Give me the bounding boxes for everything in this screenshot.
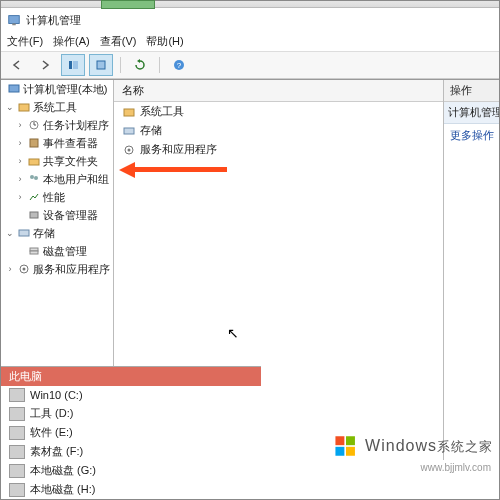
tree-localusers[interactable]: ›本地用户和组 — [1, 170, 113, 188]
menu-bar: 文件(F) 操作(A) 查看(V) 帮助(H) — [1, 32, 499, 51]
collapse-icon[interactable]: ⌄ — [5, 100, 15, 114]
svg-rect-11 — [29, 159, 39, 165]
refresh-button[interactable] — [128, 54, 152, 76]
drive-icon — [9, 407, 25, 421]
menu-help[interactable]: 帮助(H) — [146, 34, 183, 49]
detail-header[interactable]: 名称 — [114, 80, 443, 102]
tree-perf-label: 性能 — [43, 190, 65, 204]
svg-rect-24 — [336, 436, 345, 445]
item-label: 存储 — [140, 123, 162, 138]
tree-devicemgr-label: 设备管理器 — [43, 208, 98, 222]
drive-icon — [9, 426, 25, 440]
toolbar-button-2[interactable] — [89, 54, 113, 76]
drive-row[interactable]: 本地磁盘 (G:) — [1, 461, 261, 480]
drive-icon — [9, 464, 25, 478]
svg-rect-0 — [9, 16, 20, 24]
actions-context: 计算机管理(本地) — [444, 102, 499, 124]
app-icon — [7, 13, 21, 27]
svg-rect-2 — [69, 61, 72, 69]
svg-rect-27 — [346, 447, 355, 456]
svg-point-12 — [30, 175, 34, 179]
drive-label: 工具 (D:) — [30, 406, 73, 421]
parent-window-strip — [1, 1, 499, 8]
tree-shared[interactable]: ›共享文件夹 — [1, 152, 113, 170]
more-actions-link[interactable]: 更多操作 — [444, 124, 499, 147]
actions-panel: 操作 计算机管理(本地) 更多操作 — [444, 80, 499, 460]
drive-row[interactable]: 本地磁盘 (H:) — [1, 480, 261, 499]
watermark-brand: Windows — [365, 437, 437, 454]
back-button[interactable] — [5, 54, 29, 76]
toolbar-separator — [159, 57, 160, 73]
svg-text:?: ? — [177, 61, 182, 70]
toolbar: ? — [1, 51, 499, 79]
menu-action[interactable]: 操作(A) — [53, 34, 90, 49]
tree-storage[interactable]: ⌄存储 — [1, 224, 113, 242]
expand-icon[interactable]: › — [15, 118, 25, 132]
list-item[interactable]: 系统工具 — [114, 102, 443, 121]
tree-services-label: 服务和应用程序 — [33, 262, 110, 276]
expand-icon[interactable]: › — [15, 172, 25, 186]
drive-icon — [9, 445, 25, 459]
svg-rect-14 — [30, 212, 38, 218]
explorer-panel: 此电脑 Win10 (C:) 工具 (D:) 软件 (E:) 素材盘 (F:) … — [1, 366, 261, 499]
menu-file[interactable]: 文件(F) — [7, 34, 43, 49]
svg-point-23 — [128, 148, 131, 151]
drive-row[interactable]: 软件 (E:) — [1, 423, 261, 442]
window-title: 计算机管理 — [26, 13, 81, 28]
expand-icon[interactable]: › — [15, 190, 25, 204]
tree-scheduler[interactable]: ›任务计划程序 — [1, 116, 113, 134]
svg-rect-8 — [19, 104, 29, 111]
drive-row[interactable]: Win10 (C:) — [1, 386, 261, 404]
help-button[interactable]: ? — [167, 54, 191, 76]
collapse-icon[interactable]: ⌄ — [5, 226, 15, 240]
svg-rect-4 — [97, 61, 105, 69]
tree-diskmgmt[interactable]: 磁盘管理 — [1, 242, 113, 260]
expand-icon[interactable]: › — [5, 262, 15, 276]
list-item[interactable]: 服务和应用程序 — [114, 140, 443, 159]
svg-point-19 — [23, 268, 26, 271]
drive-row[interactable]: 工具 (D:) — [1, 404, 261, 423]
svg-rect-20 — [124, 109, 134, 116]
watermark-url: www.bjjmlv.com — [421, 462, 491, 473]
tree-root-label: 计算机管理(本地) — [23, 82, 107, 96]
svg-rect-21 — [124, 128, 134, 134]
svg-rect-15 — [19, 230, 29, 236]
tree-systools[interactable]: ⌄系统工具 — [1, 98, 113, 116]
expand-icon[interactable]: › — [15, 154, 25, 168]
drive-row[interactable]: 素材盘 (F:) — [1, 442, 261, 461]
drive-icon — [9, 483, 25, 497]
svg-rect-17 — [30, 251, 38, 254]
svg-rect-3 — [73, 61, 78, 69]
drive-label: 本地磁盘 (H:) — [30, 482, 95, 497]
title-bar: 计算机管理 — [1, 8, 499, 32]
tree-perf[interactable]: ›性能 — [1, 188, 113, 206]
forward-button[interactable] — [33, 54, 57, 76]
watermark: Windows系统之家 — [333, 433, 493, 459]
menu-view[interactable]: 查看(V) — [100, 34, 137, 49]
drive-label: 软件 (E:) — [30, 425, 73, 440]
tree-devicemgr[interactable]: 设备管理器 — [1, 206, 113, 224]
watermark-sub: 系统之家 — [437, 439, 493, 454]
actions-header: 操作 — [444, 80, 499, 102]
expand-icon[interactable]: › — [15, 136, 25, 150]
tree-eventviewer[interactable]: ›事件查看器 — [1, 134, 113, 152]
tree-storage-label: 存储 — [33, 226, 55, 240]
svg-rect-10 — [30, 139, 38, 147]
tree-scheduler-label: 任务计划程序 — [43, 118, 109, 132]
tree-localusers-label: 本地用户和组 — [43, 172, 109, 186]
list-item[interactable]: 存储 — [114, 121, 443, 140]
item-label: 系统工具 — [140, 104, 184, 119]
svg-rect-1 — [12, 24, 16, 26]
svg-point-13 — [34, 176, 38, 180]
tree-root[interactable]: 计算机管理(本地) — [1, 80, 113, 98]
parent-tab[interactable] — [101, 0, 155, 9]
tree-diskmgmt-label: 磁盘管理 — [43, 244, 87, 258]
tree-eventviewer-label: 事件查看器 — [43, 136, 98, 150]
tree-services[interactable]: ›服务和应用程序 — [1, 260, 113, 278]
explorer-header[interactable]: 此电脑 — [1, 367, 261, 386]
svg-rect-26 — [336, 447, 345, 456]
toolbar-button-1[interactable] — [61, 54, 85, 76]
tree-shared-label: 共享文件夹 — [43, 154, 98, 168]
drive-label: 素材盘 (F:) — [30, 444, 83, 459]
svg-rect-7 — [9, 85, 19, 92]
